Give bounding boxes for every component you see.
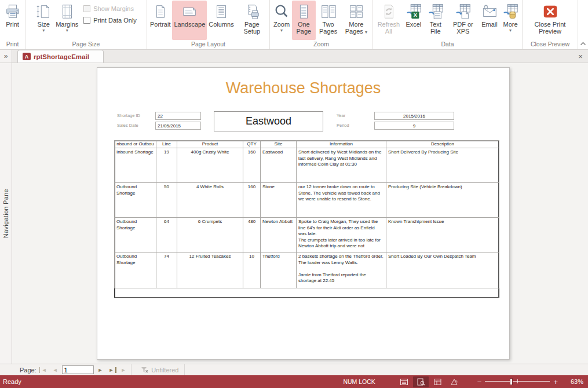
excel-label: Excel bbox=[406, 21, 421, 28]
zoom-percentage[interactable]: 63% bbox=[564, 378, 583, 385]
close-print-preview-button[interactable]: Close Print Preview bbox=[524, 1, 576, 40]
report-page[interactable]: Warehouse Shortages Shortage ID 22 Sales… bbox=[97, 67, 510, 360]
refresh-all-button[interactable]: Refresh All bbox=[374, 1, 403, 40]
group-label-close-preview: Close Preview bbox=[523, 40, 578, 49]
zoom-slider[interactable] bbox=[485, 378, 550, 385]
cell-type: Outbound Shortage bbox=[115, 183, 156, 218]
printer-icon bbox=[4, 2, 21, 21]
cell-qty: 480 bbox=[243, 218, 261, 252]
more-pages-icon bbox=[348, 2, 365, 21]
ribbon-group-page-size: Size ▾ Margins ▾ Show Margins bbox=[25, 0, 147, 49]
zoom-out-button[interactable]: − bbox=[477, 378, 482, 386]
pdf-xps-label: PDF or XPS bbox=[449, 21, 477, 35]
year-label: Year bbox=[337, 113, 345, 118]
group-label-page-size: Page Size bbox=[25, 40, 147, 49]
ribbon-group-data: Refresh All X Excel Text File bbox=[373, 0, 523, 49]
export-more-button[interactable]: More ▾ bbox=[500, 1, 521, 40]
col-header-line: Line bbox=[156, 141, 177, 148]
text-file-label: Text File bbox=[426, 21, 445, 35]
tab-title: rptShortageEmail bbox=[34, 53, 89, 60]
cell-site: Eastwood bbox=[261, 148, 297, 183]
page-setup-button[interactable]: Page Setup bbox=[236, 1, 268, 40]
show-margins-checkbox[interactable]: Show Margins bbox=[83, 5, 137, 12]
print-data-only-checkbox[interactable]: Print Data Only bbox=[83, 17, 137, 24]
group-label-print: Print bbox=[0, 40, 25, 49]
design-view-button[interactable] bbox=[447, 376, 462, 387]
columns-button[interactable]: Columns bbox=[207, 1, 235, 40]
one-page-button[interactable]: One Page bbox=[292, 1, 316, 40]
cell-description: Known Transhipment Issue bbox=[386, 218, 499, 252]
collapse-ribbon-button[interactable] bbox=[578, 0, 588, 49]
margins-label: Margins bbox=[56, 21, 78, 28]
more-pages-button[interactable]: More Pages ▾ bbox=[341, 1, 371, 40]
filter-icon bbox=[141, 367, 148, 373]
show-margins-label: Show Margins bbox=[93, 5, 134, 12]
export-excel-button[interactable]: X Excel bbox=[403, 1, 424, 40]
size-label: Size bbox=[37, 21, 49, 28]
print-preview-icon bbox=[417, 378, 425, 386]
current-page-input[interactable] bbox=[62, 365, 94, 374]
new-record-button[interactable]: ► bbox=[119, 367, 127, 373]
zoom-slider-thumb[interactable] bbox=[510, 378, 513, 385]
more-label: More bbox=[503, 21, 517, 28]
cell-product: 12 Fruited Teacakes bbox=[177, 252, 243, 288]
sales-date-label: Sales Date bbox=[117, 123, 138, 128]
cell-line: 19 bbox=[156, 148, 177, 183]
next-page-button[interactable]: ► bbox=[96, 367, 105, 373]
cell-product: 6 Crumpets bbox=[177, 218, 243, 252]
margins-dropdown-arrow: ▾ bbox=[66, 28, 68, 32]
page-nav-label: Page: bbox=[20, 367, 36, 374]
tab-rptshortageemail[interactable]: A rptShortageEmail bbox=[17, 50, 104, 63]
layout-view-button[interactable] bbox=[430, 376, 445, 387]
report-view-button[interactable] bbox=[396, 376, 412, 387]
filter-status-button[interactable]: Unfiltered bbox=[135, 364, 185, 375]
email-button[interactable]: Email bbox=[479, 1, 500, 40]
portrait-button[interactable]: Portrait bbox=[148, 1, 172, 40]
margins-button[interactable]: Margins ▾ bbox=[54, 1, 80, 40]
landscape-label: Landscape bbox=[174, 21, 205, 28]
filter-status-label: Unfiltered bbox=[151, 367, 178, 374]
cell-site: Thetford bbox=[261, 252, 297, 288]
navigation-pane-expand-button[interactable]: » bbox=[0, 50, 12, 63]
group-label-page-layout: Page Layout bbox=[147, 40, 269, 49]
col-header-qty: QTY bbox=[243, 141, 261, 148]
table-header-row: nbound or Outbou Line Product QTY Site I… bbox=[115, 141, 499, 148]
landscape-button[interactable]: Landscape bbox=[172, 1, 207, 40]
table-filler-row bbox=[115, 288, 499, 298]
zoom-in-button[interactable]: + bbox=[553, 378, 558, 386]
export-text-file-button[interactable]: Text File bbox=[424, 1, 447, 40]
size-button[interactable]: Size ▾ bbox=[33, 1, 54, 40]
print-preview-view-button[interactable] bbox=[413, 376, 429, 387]
status-bar: Ready NUM LOCK − bbox=[0, 375, 588, 388]
year-value: 2015/2016 bbox=[374, 112, 454, 120]
last-page-button[interactable]: ► bbox=[107, 367, 117, 373]
portrait-page-icon bbox=[152, 2, 169, 21]
cell-product: 400g Crusty White bbox=[177, 148, 243, 183]
ribbon: Print Print Size ▾ Margins bbox=[0, 0, 588, 50]
record-navigation-bar: Page: ◄ ◄ ► ► ► Unfiltered bbox=[0, 364, 588, 375]
previous-page-button[interactable]: ◄ bbox=[51, 367, 60, 373]
col-header-site: Site bbox=[261, 141, 297, 148]
cell-information: Short delivered by West Midlands on the … bbox=[297, 148, 386, 183]
period-value: 9 bbox=[374, 122, 454, 130]
shortages-table: nbound or Outbou Line Product QTY Site I… bbox=[114, 140, 499, 298]
cell-description: Producing Site (Vehicle Breakdown) bbox=[386, 183, 499, 218]
table-row: Outbound Shortage 50 4 White Rolls 160 S… bbox=[115, 183, 499, 218]
navigation-pane-collapsed[interactable]: Navigation Pane bbox=[0, 63, 12, 364]
more-export-icon bbox=[502, 2, 519, 21]
first-page-button[interactable]: ◄ bbox=[39, 367, 49, 373]
report-view-icon bbox=[400, 378, 408, 386]
two-pages-button[interactable]: Two Pages bbox=[316, 1, 341, 40]
export-pdf-xps-button[interactable]: PDF or XPS bbox=[447, 1, 479, 40]
close-object-button[interactable]: × bbox=[573, 52, 588, 61]
zoom-button[interactable]: Zoom ▾ bbox=[271, 1, 292, 40]
col-header-information: Information bbox=[297, 141, 386, 148]
more-pages-dropdown-arrow: ▾ bbox=[365, 30, 367, 35]
print-button[interactable]: Print bbox=[2, 1, 23, 40]
table-row: Outbound Shortage 74 12 Fruited Teacakes… bbox=[115, 252, 499, 288]
landscape-page-icon bbox=[181, 2, 198, 21]
columns-icon bbox=[213, 2, 230, 21]
site-name-value: Eastwood bbox=[214, 111, 323, 131]
page-setup-label: Page Setup bbox=[238, 21, 266, 35]
close-preview-icon bbox=[542, 2, 559, 21]
